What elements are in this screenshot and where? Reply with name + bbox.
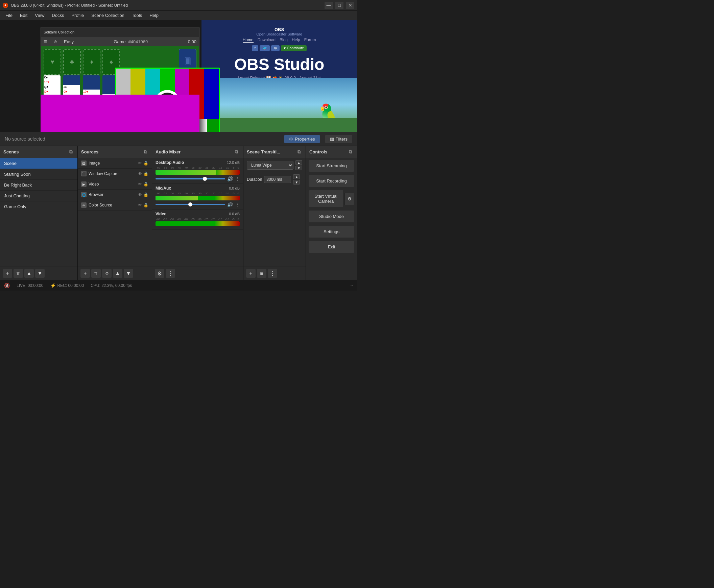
video-audio-channel: Video 0.0 dB -60-55-50-45-40-35-30-25-20… <box>152 210 243 230</box>
scene-item-starting-soon[interactable]: Starting Soon <box>0 169 77 180</box>
source-item-color-source[interactable]: ✏ Color Source 👁 🔒 <box>78 200 152 211</box>
desktop-audio-slider[interactable] <box>156 178 225 180</box>
contribute-btn[interactable]: ♥ Contribute <box>281 45 307 51</box>
video-lock-icon[interactable]: 🔒 <box>143 182 148 187</box>
github-btn[interactable]: ⊕ <box>271 45 280 51</box>
window-capture-icon: ⬛ <box>81 171 86 176</box>
source-settings-btn[interactable]: ⚙ <box>102 269 111 278</box>
browser-eye-icon[interactable]: 👁 <box>138 192 142 197</box>
menu-item-tools[interactable]: Tools <box>128 12 145 19</box>
cpu-status: CPU: 22.3%, 60.00 fps <box>90 283 132 288</box>
status-bar: 🔇 LIVE: 00:00:00 ⚡ REC: 00:00:00 CPU: 22… <box>0 280 357 291</box>
audio-footer: ⚙ ⋮ <box>152 267 243 280</box>
duration-down-btn[interactable]: ▼ <box>293 180 300 185</box>
image-eye-icon[interactable]: 👁 <box>138 161 142 166</box>
controls-popout-btn[interactable]: ⧉ <box>348 148 354 155</box>
close-button[interactable]: ✕ <box>346 2 354 9</box>
obs-nav-home[interactable]: Home <box>243 38 253 43</box>
video-audio-name: Video <box>156 212 166 216</box>
maximize-button[interactable]: □ <box>335 2 344 9</box>
source-remove-btn[interactable]: 🗑 <box>91 269 101 278</box>
studio-mode-button[interactable]: Studio Mode <box>309 211 354 222</box>
properties-button[interactable]: ⚙ Properties <box>284 135 320 143</box>
window-capture-eye-icon[interactable]: 👁 <box>138 171 142 176</box>
no-source-label: No source selected <box>5 136 279 142</box>
menu-item-docks[interactable]: Docks <box>48 12 67 19</box>
menu-item-edit[interactable]: Edit <box>17 12 31 19</box>
menu-item-scene-collection[interactable]: Scene Collection <box>88 12 128 19</box>
transition-down-btn[interactable]: ▼ <box>295 166 302 170</box>
scene-add-btn[interactable]: + <box>3 269 12 278</box>
obs-nav-blog[interactable]: Blog <box>280 38 288 43</box>
transition-dropdown[interactable]: Luma Wipe <box>247 161 293 170</box>
image-source-icon: 🖼 <box>81 161 86 166</box>
settings-button[interactable]: Settings <box>309 226 354 237</box>
obs-nav-help[interactable]: Help <box>292 38 300 43</box>
color-source-eye-icon[interactable]: 👁 <box>138 203 142 208</box>
mic-aux-options-btn[interactable]: ⋮ <box>235 202 240 207</box>
start-streaming-button[interactable]: Start Streaming <box>309 160 354 172</box>
menu-item-view[interactable]: View <box>32 12 48 19</box>
desktop-audio-options-btn[interactable]: ⋮ <box>235 176 240 182</box>
source-item-image[interactable]: 🖼 Image 👁 🔒 <box>78 158 152 169</box>
controls-panel-actions: ⧉ <box>348 148 354 155</box>
purple-section <box>41 94 200 132</box>
desktop-audio-track <box>156 170 240 175</box>
solitaire-titlebar: Solitaire Collection <box>41 27 199 37</box>
obs-nav-forum[interactable]: Forum <box>304 38 316 43</box>
mic-aux-mute-btn[interactable]: 🔊 <box>227 202 233 207</box>
video-eye-icon[interactable]: 👁 <box>138 182 142 187</box>
window-capture-lock-icon[interactable]: 🔒 <box>143 171 148 176</box>
desktop-audio-header: Desktop Audio -12.0 dB <box>156 160 240 165</box>
transition-up-btn[interactable]: ▲ <box>295 160 302 165</box>
image-lock-icon[interactable]: 🔒 <box>143 161 148 166</box>
transition-arrows: ▲ ▼ <box>295 160 302 170</box>
browser-lock-icon[interactable]: 🔒 <box>143 192 148 197</box>
scene-up-btn[interactable]: ▲ <box>24 269 34 278</box>
source-item-window-capture[interactable]: ⬛ Window Capture 👁 🔒 <box>78 169 152 179</box>
source-add-btn[interactable]: + <box>80 269 90 278</box>
scene-item-game-only[interactable]: Game Only <box>0 202 77 212</box>
audio-popout-btn[interactable]: ⧉ <box>233 148 240 155</box>
source-up-btn[interactable]: ▲ <box>113 269 122 278</box>
scenes-panel: Scenes ⧉ Scene Starting Soon Be Right Ba… <box>0 146 78 280</box>
audio-dots-btn[interactable]: ⋮ <box>166 269 175 278</box>
menu-item-profile[interactable]: Profile <box>68 12 87 19</box>
transitions-popout-btn[interactable]: ⧉ <box>296 148 302 155</box>
sources-popout-btn[interactable]: ⧉ <box>142 148 148 155</box>
desktop-audio-fill <box>156 170 216 175</box>
video-source-controls: 👁 🔒 <box>138 182 148 187</box>
exit-button[interactable]: Exit <box>309 241 354 253</box>
scenes-popout-btn[interactable]: ⧉ <box>68 148 74 155</box>
audio-settings-btn[interactable]: ⚙ <box>155 269 164 278</box>
transition-add-btn[interactable]: + <box>246 269 256 278</box>
desktop-audio-mute-btn[interactable]: 🔊 <box>227 176 233 182</box>
minimize-button[interactable]: — <box>325 2 333 9</box>
obs-nav-download[interactable]: Download <box>258 38 276 43</box>
suit-slot-1: ♥ <box>44 49 61 75</box>
menu-item-file[interactable]: File <box>2 12 16 19</box>
duration-input[interactable] <box>264 176 291 183</box>
mute-icon: 🔇 <box>4 283 10 288</box>
source-item-video[interactable]: ▶ Video 👁 🔒 <box>78 179 152 190</box>
start-virtual-camera-button[interactable]: Start Virtual Camera <box>309 190 343 207</box>
mic-aux-slider[interactable] <box>156 204 225 205</box>
menu-item-help[interactable]: Help <box>146 12 162 19</box>
twitter-btn[interactable]: 🐦 <box>260 45 270 51</box>
obs-studio-title: OBS Studio <box>234 55 325 74</box>
scene-item-scene[interactable]: Scene <box>0 158 77 169</box>
color-source-lock-icon[interactable]: 🔒 <box>143 203 148 208</box>
scene-remove-btn[interactable]: 🗑 <box>14 269 23 278</box>
start-recording-button[interactable]: Start Recording <box>309 175 354 187</box>
scene-item-be-right-back[interactable]: Be Right Back <box>0 180 77 191</box>
virtual-camera-settings-btn[interactable]: ⚙ <box>345 193 354 205</box>
transition-dots-btn[interactable]: ⋮ <box>268 269 277 278</box>
duration-up-btn[interactable]: ▲ <box>293 174 300 179</box>
transition-remove-btn[interactable]: 🗑 <box>257 269 266 278</box>
scene-down-btn[interactable]: ▼ <box>35 269 45 278</box>
source-item-browser[interactable]: 🌐 Browser 👁 🔒 <box>78 190 152 200</box>
facebook-btn[interactable]: f <box>252 45 258 51</box>
source-down-btn[interactable]: ▼ <box>124 269 133 278</box>
scene-item-just-chatting[interactable]: Just Chatting <box>0 191 77 202</box>
filters-button[interactable]: ▦ Filters <box>325 135 352 143</box>
